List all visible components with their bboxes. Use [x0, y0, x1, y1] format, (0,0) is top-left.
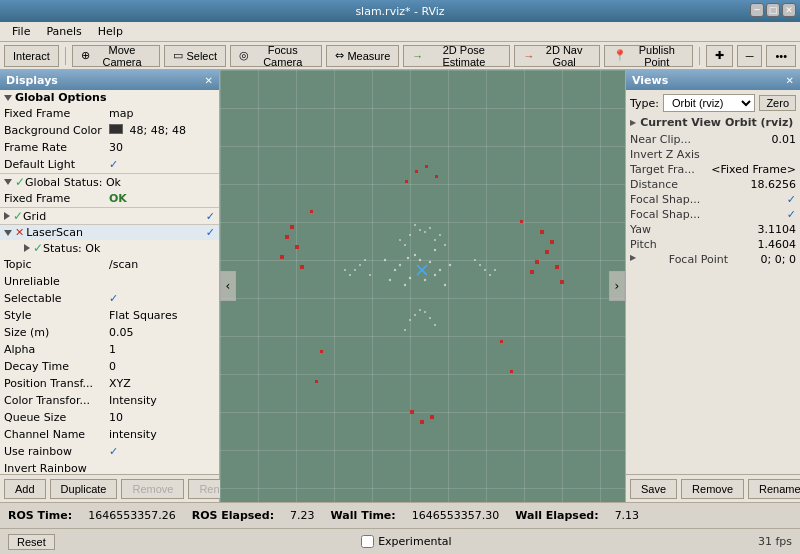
color-transform-value[interactable]: Intensity — [105, 394, 219, 407]
laser-scan-row[interactable]: ✕ LaserScan ✓ — [0, 225, 219, 240]
frame-rate-value[interactable]: 30 — [105, 141, 219, 154]
focal-point-value[interactable]: 0; 0; 0 — [761, 253, 796, 266]
distance-value[interactable]: 18.6256 — [751, 178, 797, 191]
nav-right-arrow[interactable]: › — [609, 271, 625, 301]
use-rainbow-value[interactable]: ✓ — [105, 445, 219, 458]
near-clip-value[interactable]: 0.01 — [772, 133, 797, 146]
publish-point-button[interactable]: 📍 Publish Point — [604, 45, 693, 67]
global-options-row[interactable]: Global Options — [0, 90, 219, 105]
displays-title: Displays — [6, 74, 58, 87]
plus-button[interactable]: ✚ — [706, 45, 733, 67]
grid-checkbox[interactable]: ✓ — [206, 210, 215, 223]
bg-color-row: Background Color 48; 48; 48 — [0, 122, 219, 139]
views-save-button[interactable]: Save — [630, 479, 677, 499]
views-zero-button[interactable]: Zero — [759, 95, 796, 111]
svg-rect-54 — [530, 270, 534, 274]
alpha-value[interactable]: 1 — [105, 343, 219, 356]
focal-point-label: Focal Point — [669, 253, 728, 266]
wall-time-value: 1646553357.30 — [412, 509, 499, 522]
menu-file[interactable]: File — [4, 23, 38, 40]
current-view-header: ▶ Current View Orbit (rviz) — [630, 116, 796, 129]
move-camera-button[interactable]: ⊕ Move Camera — [72, 45, 161, 67]
size-value[interactable]: 0.05 — [105, 326, 219, 339]
fps-display: 31 fps — [758, 535, 792, 548]
pose-icon: → — [412, 50, 423, 62]
yaw-value[interactable]: 3.1104 — [758, 223, 797, 236]
queue-row: Queue Size 10 — [0, 409, 219, 426]
title-bar: slam.rviz* - RViz ─ □ ✕ — [0, 0, 800, 22]
laser-status-row[interactable]: ✓ Status: Ok — [0, 240, 219, 256]
grid-row[interactable]: ✓ Grid ✓ — [0, 208, 219, 224]
views-rename-button[interactable]: Rename — [748, 479, 800, 499]
minus-button[interactable]: ─ — [737, 45, 763, 67]
target-frame-row: Target Fra... <Fixed Frame> — [630, 162, 796, 177]
laser-status-label: Status: Ok — [43, 242, 100, 255]
laser-scan-icon: ✕ — [15, 226, 24, 239]
svg-point-19 — [429, 227, 431, 229]
dots-button[interactable]: ••• — [766, 45, 796, 67]
svg-rect-57 — [295, 245, 299, 249]
focal-point-row: ▶ Focal Point 0; 0; 0 — [630, 252, 796, 267]
add-button[interactable]: Add — [4, 479, 46, 499]
reset-button[interactable]: Reset — [8, 534, 55, 550]
menu-panels[interactable]: Panels — [38, 23, 89, 40]
yaw-label: Yaw — [630, 223, 651, 236]
target-frame-value[interactable]: <Fixed Frame> — [711, 163, 796, 176]
select-button[interactable]: ▭ Select — [164, 45, 226, 67]
frame-rate-label: Frame Rate — [0, 141, 105, 154]
style-value[interactable]: Flat Squares — [105, 309, 219, 322]
fixed-frame-value[interactable]: map — [105, 107, 219, 120]
queue-label: Queue Size — [0, 411, 105, 424]
nav-goal-button[interactable]: → 2D Nav Goal — [514, 45, 599, 67]
use-rainbow-label: Use rainbow — [0, 445, 105, 458]
views-type-select[interactable]: Orbit (rviz) — [663, 94, 755, 112]
topic-value[interactable]: /scan — [105, 258, 219, 271]
svg-point-4 — [434, 249, 436, 251]
svg-rect-53 — [560, 280, 564, 284]
laser-scan-checkbox[interactable]: ✓ — [206, 226, 215, 239]
remove-button[interactable]: Remove — [121, 479, 184, 499]
focal-shap1-label: Focal Shap... — [630, 193, 700, 206]
pitch-row: Pitch 1.4604 — [630, 237, 796, 252]
decay-value[interactable]: 0 — [105, 360, 219, 373]
grid-check: ✓ — [13, 209, 23, 223]
measure-icon: ⇔ — [335, 49, 344, 62]
svg-rect-49 — [550, 240, 554, 244]
pitch-value[interactable]: 1.4604 — [758, 238, 797, 251]
maximize-button[interactable]: □ — [766, 3, 780, 17]
svg-rect-64 — [500, 340, 503, 343]
fixed-frame-label: Fixed Frame — [0, 107, 105, 120]
selectable-value[interactable]: ✓ — [105, 292, 219, 305]
3d-viewport[interactable]: ‹ › — [220, 70, 625, 502]
channel-label: Channel Name — [0, 428, 105, 441]
invert-z-row: Invert Z Axis — [630, 147, 796, 162]
interact-button[interactable]: Interact — [4, 45, 59, 67]
displays-close[interactable]: ✕ — [205, 75, 213, 86]
duplicate-button[interactable]: Duplicate — [50, 479, 118, 499]
svg-point-5 — [399, 264, 401, 266]
default-light-value[interactable]: ✓ — [105, 158, 219, 171]
position-value[interactable]: XYZ — [105, 377, 219, 390]
bg-color-value[interactable]: 48; 48; 48 — [105, 124, 219, 137]
decay-label: Decay Time — [0, 360, 105, 373]
menu-help[interactable]: Help — [90, 23, 131, 40]
svg-point-43 — [494, 269, 496, 271]
views-close[interactable]: ✕ — [786, 75, 794, 86]
channel-value[interactable]: intensity — [105, 428, 219, 441]
nav-left-arrow[interactable]: ‹ — [220, 271, 236, 301]
global-status-row[interactable]: ✓ Global Status: Ok — [0, 174, 219, 190]
close-button[interactable]: ✕ — [782, 3, 796, 17]
views-remove-button[interactable]: Remove — [681, 479, 744, 499]
focal-shap1-value[interactable]: ✓ — [787, 193, 796, 206]
svg-point-24 — [399, 239, 401, 241]
measure-button[interactable]: ⇔ Measure — [326, 45, 399, 67]
focus-camera-button[interactable]: ◎ Focus Camera — [230, 45, 322, 67]
focal-shap2-value[interactable]: ✓ — [787, 208, 796, 221]
experimental-checkbox[interactable] — [361, 535, 374, 548]
minimize-button[interactable]: ─ — [750, 3, 764, 17]
queue-value[interactable]: 10 — [105, 411, 219, 424]
displays-panel: Displays ✕ Global Options Fixed Frame ma… — [0, 70, 220, 502]
displays-header: Displays ✕ — [0, 70, 219, 90]
pose-estimate-button[interactable]: → 2D Pose Estimate — [403, 45, 510, 67]
displays-tree[interactable]: Global Options Fixed Frame map Backgroun… — [0, 90, 219, 474]
